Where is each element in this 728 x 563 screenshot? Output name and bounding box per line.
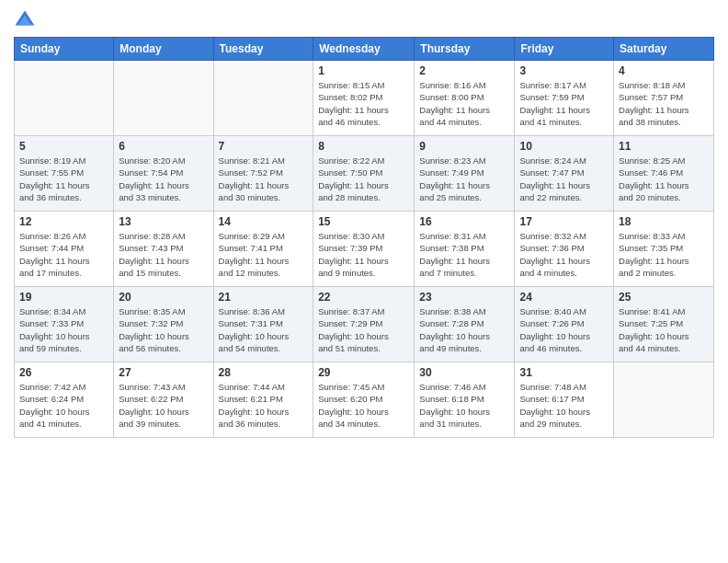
day-number: 20 (119, 291, 208, 304)
day-info: Sunrise: 8:26 AM Sunset: 7:44 PM Dayligh… (19, 230, 108, 279)
day-number: 23 (419, 291, 509, 304)
day-info: Sunrise: 8:22 AM Sunset: 7:50 PM Dayligh… (318, 155, 409, 203)
page: SundayMondayTuesdayWednesdayThursdayFrid… (0, 0, 728, 563)
day-info: Sunrise: 8:33 AM Sunset: 7:35 PM Dayligh… (619, 230, 709, 279)
day-number: 24 (519, 291, 609, 304)
day-number: 12 (19, 215, 108, 228)
day-info: Sunrise: 8:18 AM Sunset: 7:57 PM Dayligh… (619, 79, 709, 128)
calendar-cell: 17Sunrise: 8:32 AM Sunset: 7:36 PM Dayli… (515, 212, 614, 287)
calendar-cell: 2Sunrise: 8:16 AM Sunset: 8:00 PM Daylig… (415, 61, 515, 136)
day-info: Sunrise: 8:24 AM Sunset: 7:47 PM Dayligh… (519, 155, 609, 203)
calendar-week-1: 1Sunrise: 8:15 AM Sunset: 8:02 PM Daylig… (15, 61, 714, 136)
day-info: Sunrise: 7:42 AM Sunset: 6:24 PM Dayligh… (19, 381, 108, 430)
day-info: Sunrise: 8:29 AM Sunset: 7:41 PM Dayligh… (219, 230, 309, 279)
calendar-cell: 1Sunrise: 8:15 AM Sunset: 8:02 PM Daylig… (313, 61, 415, 136)
calendar-cell (114, 61, 213, 136)
logo-icon (14, 9, 36, 31)
day-number: 26 (19, 366, 108, 379)
calendar-cell (213, 61, 313, 136)
day-number: 21 (219, 291, 309, 304)
calendar-cell: 25Sunrise: 8:41 AM Sunset: 7:25 PM Dayli… (614, 287, 714, 362)
logo (14, 9, 40, 31)
calendar-header-row: SundayMondayTuesdayWednesdayThursdayFrid… (15, 38, 714, 61)
day-info: Sunrise: 7:44 AM Sunset: 6:21 PM Dayligh… (219, 381, 309, 430)
day-number: 30 (419, 366, 509, 379)
day-number: 14 (219, 215, 309, 228)
day-info: Sunrise: 8:21 AM Sunset: 7:52 PM Dayligh… (219, 155, 309, 203)
calendar-cell: 24Sunrise: 8:40 AM Sunset: 7:26 PM Dayli… (515, 287, 614, 362)
day-info: Sunrise: 8:31 AM Sunset: 7:38 PM Dayligh… (419, 230, 509, 279)
calendar-col-thursday: Thursday (415, 38, 515, 61)
day-number: 7 (219, 140, 309, 153)
day-info: Sunrise: 8:28 AM Sunset: 7:43 PM Dayligh… (119, 230, 208, 279)
calendar-col-wednesday: Wednesday (313, 38, 415, 61)
day-info: Sunrise: 8:17 AM Sunset: 7:59 PM Dayligh… (519, 79, 609, 128)
calendar-cell: 20Sunrise: 8:35 AM Sunset: 7:32 PM Dayli… (114, 287, 213, 362)
day-info: Sunrise: 8:41 AM Sunset: 7:25 PM Dayligh… (619, 305, 709, 354)
calendar-cell: 21Sunrise: 8:36 AM Sunset: 7:31 PM Dayli… (213, 287, 313, 362)
day-info: Sunrise: 8:38 AM Sunset: 7:28 PM Dayligh… (419, 305, 509, 354)
calendar-cell: 9Sunrise: 8:23 AM Sunset: 7:49 PM Daylig… (415, 136, 515, 212)
calendar-col-saturday: Saturday (614, 38, 714, 61)
day-info: Sunrise: 8:34 AM Sunset: 7:33 PM Dayligh… (19, 305, 108, 354)
day-number: 5 (19, 140, 108, 153)
day-number: 6 (119, 140, 208, 153)
calendar-cell: 14Sunrise: 8:29 AM Sunset: 7:41 PM Dayli… (213, 212, 313, 287)
day-number: 22 (318, 291, 409, 304)
day-number: 4 (619, 64, 709, 77)
day-number: 19 (19, 291, 108, 304)
day-info: Sunrise: 8:25 AM Sunset: 7:46 PM Dayligh… (619, 155, 709, 203)
day-number: 31 (519, 366, 609, 379)
calendar-col-sunday: Sunday (15, 38, 114, 61)
calendar-cell (15, 61, 114, 136)
calendar-cell: 12Sunrise: 8:26 AM Sunset: 7:44 PM Dayli… (15, 212, 114, 287)
calendar-cell: 11Sunrise: 8:25 AM Sunset: 7:46 PM Dayli… (614, 136, 714, 212)
calendar-cell: 10Sunrise: 8:24 AM Sunset: 7:47 PM Dayli… (515, 136, 614, 212)
day-info: Sunrise: 8:32 AM Sunset: 7:36 PM Dayligh… (519, 230, 609, 279)
day-info: Sunrise: 8:15 AM Sunset: 8:02 PM Dayligh… (318, 79, 409, 128)
calendar-cell: 28Sunrise: 7:44 AM Sunset: 6:21 PM Dayli… (213, 362, 313, 438)
calendar-cell: 27Sunrise: 7:43 AM Sunset: 6:22 PM Dayli… (114, 362, 213, 438)
day-info: Sunrise: 7:48 AM Sunset: 6:17 PM Dayligh… (519, 381, 609, 430)
calendar-cell: 3Sunrise: 8:17 AM Sunset: 7:59 PM Daylig… (515, 61, 614, 136)
day-number: 28 (219, 366, 309, 379)
day-number: 18 (619, 215, 709, 228)
day-number: 29 (318, 366, 409, 379)
day-number: 16 (419, 215, 509, 228)
day-info: Sunrise: 7:45 AM Sunset: 6:20 PM Dayligh… (318, 381, 409, 430)
calendar-cell: 5Sunrise: 8:19 AM Sunset: 7:55 PM Daylig… (15, 136, 114, 212)
day-number: 8 (318, 140, 409, 153)
day-number: 10 (519, 140, 609, 153)
day-number: 13 (119, 215, 208, 228)
calendar-cell: 4Sunrise: 8:18 AM Sunset: 7:57 PM Daylig… (614, 61, 714, 136)
day-number: 11 (619, 140, 709, 153)
calendar-cell (614, 362, 714, 438)
calendar-cell: 18Sunrise: 8:33 AM Sunset: 7:35 PM Dayli… (614, 212, 714, 287)
day-number: 3 (519, 64, 609, 77)
day-number: 25 (619, 291, 709, 304)
calendar-cell: 19Sunrise: 8:34 AM Sunset: 7:33 PM Dayli… (15, 287, 114, 362)
day-info: Sunrise: 8:35 AM Sunset: 7:32 PM Dayligh… (119, 305, 208, 354)
day-number: 9 (419, 140, 509, 153)
calendar-week-4: 19Sunrise: 8:34 AM Sunset: 7:33 PM Dayli… (15, 287, 714, 362)
day-info: Sunrise: 8:30 AM Sunset: 7:39 PM Dayligh… (318, 230, 409, 279)
day-info: Sunrise: 7:46 AM Sunset: 6:18 PM Dayligh… (419, 381, 509, 430)
day-info: Sunrise: 8:16 AM Sunset: 8:00 PM Dayligh… (419, 79, 509, 128)
calendar-cell: 7Sunrise: 8:21 AM Sunset: 7:52 PM Daylig… (213, 136, 313, 212)
calendar-cell: 31Sunrise: 7:48 AM Sunset: 6:17 PM Dayli… (515, 362, 614, 438)
day-number: 1 (318, 64, 409, 77)
day-number: 2 (419, 64, 509, 77)
calendar-week-5: 26Sunrise: 7:42 AM Sunset: 6:24 PM Dayli… (15, 362, 714, 438)
day-info: Sunrise: 8:37 AM Sunset: 7:29 PM Dayligh… (318, 305, 409, 354)
day-info: Sunrise: 7:43 AM Sunset: 6:22 PM Dayligh… (119, 381, 208, 430)
day-number: 27 (119, 366, 208, 379)
calendar-cell: 30Sunrise: 7:46 AM Sunset: 6:18 PM Dayli… (415, 362, 515, 438)
calendar-cell: 8Sunrise: 8:22 AM Sunset: 7:50 PM Daylig… (313, 136, 415, 212)
calendar-col-friday: Friday (515, 38, 614, 61)
day-info: Sunrise: 8:23 AM Sunset: 7:49 PM Dayligh… (419, 155, 509, 203)
calendar-week-2: 5Sunrise: 8:19 AM Sunset: 7:55 PM Daylig… (15, 136, 714, 212)
day-info: Sunrise: 8:19 AM Sunset: 7:55 PM Dayligh… (19, 155, 108, 203)
calendar-week-3: 12Sunrise: 8:26 AM Sunset: 7:44 PM Dayli… (15, 212, 714, 287)
calendar-col-monday: Monday (114, 38, 213, 61)
calendar-cell: 26Sunrise: 7:42 AM Sunset: 6:24 PM Dayli… (15, 362, 114, 438)
